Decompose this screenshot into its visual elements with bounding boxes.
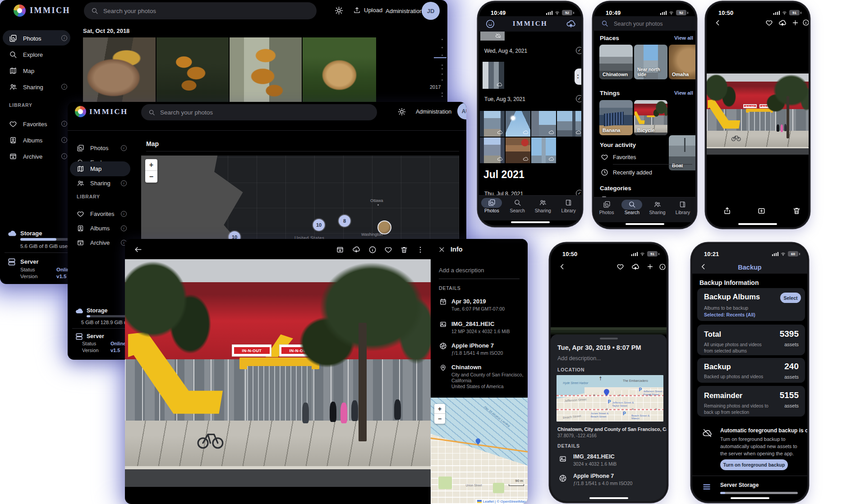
user-avatar[interactable]: AU [457, 103, 466, 119]
thing-card-banana[interactable]: Banana [599, 100, 633, 135]
zoom-out-button[interactable]: − [434, 414, 445, 424]
places-view-all[interactable]: View all [674, 35, 693, 41]
sidebar-item-photos[interactable]: Photos [77, 144, 108, 152]
place-card-omaha[interactable]: Omaha [669, 45, 697, 79]
info-badge[interactable]: i [61, 137, 67, 143]
sheet-drag-handle[interactable] [600, 338, 618, 339]
place-card-chinatown[interactable]: Chinatown [599, 45, 633, 79]
location-map[interactable]: Pier 33 Alcatraz Landing Union Street + … [431, 398, 528, 504]
select-day-checkbox[interactable]: ✓ [576, 47, 583, 54]
heart-icon[interactable] [616, 263, 624, 270]
thing-card-bicycle[interactable]: Bicycle [634, 100, 667, 135]
close-icon[interactable] [438, 246, 445, 253]
photo-thumbnail[interactable] [506, 111, 530, 137]
description-placeholder[interactable]: Add a description [439, 267, 484, 274]
nav-sharing[interactable]: Sharing [530, 199, 556, 213]
info-icon[interactable] [659, 263, 666, 270]
nav-photos[interactable]: Photos [594, 201, 619, 215]
sidebar-item-map[interactable]: Map [9, 67, 34, 75]
cloud-upload-icon[interactable] [631, 263, 639, 271]
sidebar-item-favorites[interactable]: Favorites [77, 210, 114, 218]
photo-thumbnail[interactable] [303, 37, 376, 102]
immich-logo-icon[interactable] [14, 5, 26, 17]
nav-sharing[interactable]: Sharing [645, 201, 670, 215]
immich-logo[interactable]: IMMICH [89, 107, 128, 116]
search-input[interactable]: Search your photos [141, 104, 377, 120]
upload-cloud-icon[interactable] [566, 19, 576, 29]
nav-photos[interactable]: Photos [479, 199, 504, 213]
administration-link[interactable]: Administration [416, 109, 451, 115]
select-albums-button[interactable]: Select [780, 293, 801, 303]
user-avatar[interactable]: JD [422, 2, 440, 20]
cloud-upload-icon[interactable] [778, 19, 787, 27]
sidebar-item-map[interactable]: Map [77, 165, 101, 173]
map-zoom-control[interactable]: + − [145, 159, 157, 183]
photo-thumbnail[interactable] [506, 137, 530, 163]
scrollbar-thumb[interactable]: ▲▼ [575, 69, 581, 85]
immich-logo[interactable]: IMMICH [30, 6, 70, 15]
add-to-album-icon[interactable] [757, 206, 766, 215]
info-badge[interactable]: i [121, 211, 127, 217]
photo-peek[interactable] [551, 327, 667, 334]
info-icon[interactable] [368, 246, 377, 254]
map-cluster-marker[interactable]: 8 [339, 215, 350, 227]
photo-thumbnail[interactable] [230, 37, 302, 102]
more-options-icon[interactable] [416, 246, 424, 254]
activity-favorites[interactable]: Favorites [594, 152, 695, 164]
map-cluster-marker[interactable]: 10 [313, 219, 325, 231]
search-header[interactable]: Search your photos [594, 16, 695, 31]
info-icon[interactable] [802, 19, 810, 26]
photo-thumbnail[interactable] [483, 62, 504, 89]
photo-thumbnail[interactable] [83, 37, 156, 102]
photo-thumbnail[interactable] [531, 111, 556, 137]
sidebar-item-photos[interactable]: Photos [9, 34, 41, 42]
sidebar-item-favorites[interactable]: Favorites [9, 120, 47, 128]
photo-thumbnail[interactable] [531, 137, 556, 163]
back-icon[interactable] [558, 263, 566, 270]
trash-icon[interactable] [400, 246, 408, 254]
activity-recently-added[interactable]: Recently added [594, 167, 695, 179]
share-icon[interactable] [723, 206, 731, 215]
cloud-download-icon[interactable] [352, 246, 360, 254]
sidebar-item-albums[interactable]: Albums [77, 225, 110, 232]
nav-search[interactable]: Search [619, 201, 644, 215]
place-card-near-north-side[interactable]: Near north side [634, 45, 667, 79]
add-icon[interactable] [646, 263, 654, 270]
turn-on-foreground-backup-button[interactable]: Turn on foreground backup [720, 459, 788, 470]
photo-thumbnail[interactable] [156, 37, 229, 102]
info-badge[interactable]: i [121, 145, 127, 151]
add-icon[interactable] [791, 19, 799, 27]
sidebar-item-explore[interactable]: Explore [9, 50, 43, 59]
zoom-out-button[interactable]: − [145, 171, 157, 183]
back-icon[interactable] [699, 263, 707, 270]
search-input[interactable]: Search your photos [84, 2, 317, 19]
photo-thumbnail[interactable] [557, 111, 583, 137]
photo-thumbnail[interactable] [480, 137, 505, 163]
info-badge[interactable]: i [61, 121, 67, 127]
description-placeholder[interactable]: Add description... [557, 355, 601, 362]
trash-icon[interactable] [792, 206, 801, 215]
things-view-all[interactable]: View all [674, 90, 693, 96]
photo-thumbnail[interactable] [480, 32, 505, 41]
zoom-in-button[interactable]: + [145, 159, 157, 171]
info-bottom-sheet[interactable]: Tue, Apr 30, 2019 • 8:07 PM Add descript… [551, 334, 667, 503]
map-attribution[interactable]: Leaflet | © OpenStreetMap [475, 499, 528, 504]
immich-logo-icon[interactable] [75, 106, 86, 117]
info-badge[interactable]: i [61, 84, 67, 90]
photo-thumbnail[interactable] [480, 111, 505, 137]
archive-icon[interactable] [336, 246, 344, 254]
select-day-checkbox[interactable]: ✓ [576, 95, 583, 102]
sidebar-item-archive[interactable]: Archive [77, 239, 110, 247]
info-badge[interactable]: i [121, 225, 127, 231]
map-zoom-control[interactable]: + − [434, 404, 445, 424]
nav-library[interactable]: Library [670, 201, 695, 215]
nav-search[interactable]: Search [505, 199, 530, 213]
sidebar-item-archive[interactable]: Archive [9, 152, 42, 160]
photo-viewer-image[interactable]: IN-N-OUT IN-N-OUT [125, 259, 431, 487]
map-photo-marker[interactable] [377, 220, 391, 234]
photo-viewer-image[interactable]: IN-N-OUT IN-N-OUT [707, 73, 810, 155]
info-badge[interactable]: i [61, 153, 67, 159]
info-badge[interactable]: i [121, 180, 127, 186]
zoom-in-button[interactable]: + [434, 404, 445, 414]
sidebar-item-albums[interactable]: Albums [9, 136, 42, 144]
